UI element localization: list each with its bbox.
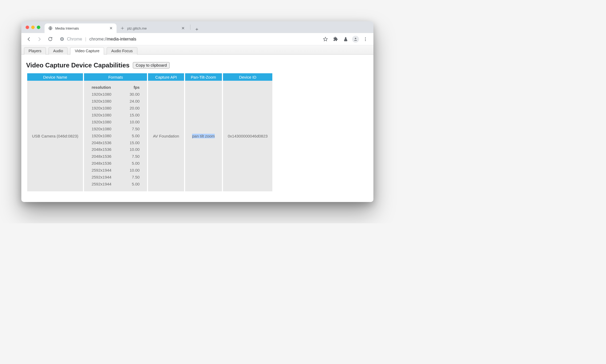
cell-ptz: pan tilt zoom xyxy=(185,81,222,191)
tab-separator xyxy=(190,25,190,30)
svg-point-8 xyxy=(365,40,366,41)
format-resolution: 1920x1080 xyxy=(91,98,115,105)
forward-button[interactable] xyxy=(35,34,44,44)
format-fps: 10.00 xyxy=(126,167,139,174)
col-device-name[interactable]: Device Name xyxy=(27,73,83,81)
format-resolution: 2592x1944 xyxy=(91,174,115,181)
ptz-highlight: pan tilt zoom xyxy=(192,134,215,138)
format-row: 2048x15365.00 xyxy=(91,160,139,167)
globe-icon xyxy=(48,26,53,30)
svg-point-5 xyxy=(355,38,356,39)
subtab-audio-focus[interactable]: Audio Focus xyxy=(107,47,137,55)
formats-col-resolution: resolution xyxy=(91,84,115,91)
format-resolution: 1920x1080 xyxy=(91,112,115,119)
bookmark-star-icon[interactable] xyxy=(322,35,329,43)
format-resolution: 1920x1080 xyxy=(91,119,115,126)
capabilities-table: Device Name Formats Capture API Pan-Tilt… xyxy=(26,73,273,191)
format-row: 1920x108010.00 xyxy=(91,119,139,126)
cell-device-name: USB Camera (046d:0823) xyxy=(27,81,83,191)
close-window-button[interactable] xyxy=(26,26,29,29)
subtab-players[interactable]: Players xyxy=(24,47,46,55)
address-bar[interactable]: Chrome | chrome://media-internals xyxy=(56,35,319,43)
toolbar-right xyxy=(320,35,371,43)
format-fps: 5.00 xyxy=(126,181,139,188)
maximize-window-button[interactable] xyxy=(37,26,40,29)
tab-media-internals[interactable]: Media Internals ✕ xyxy=(45,23,117,33)
format-fps: 15.00 xyxy=(126,139,139,146)
format-row: 2592x19445.00 xyxy=(91,181,139,188)
format-row: 1920x10805.00 xyxy=(91,132,139,139)
page-title: Video Capture Device Capabilities xyxy=(26,62,130,69)
format-row: 2048x15367.50 xyxy=(91,153,139,160)
svg-point-1 xyxy=(122,28,123,29)
format-row: 1920x108030.00 xyxy=(91,91,139,98)
subtab-video-capture[interactable]: Video Capture xyxy=(70,47,104,55)
formats-col-fps: fps xyxy=(126,84,139,91)
tabstrip: Media Internals ✕ ptz.glitch.me ✕ xyxy=(21,21,373,33)
format-resolution: 2592x1944 xyxy=(91,167,115,174)
url-path: media-internals xyxy=(107,37,136,41)
col-ptz[interactable]: Pan-Tilt-Zoom xyxy=(185,73,222,81)
window-controls xyxy=(24,26,43,29)
format-row: 1920x108015.00 xyxy=(91,112,139,119)
extensions-icon[interactable] xyxy=(332,35,339,43)
url-origin: Chrome xyxy=(67,37,82,41)
chrome-page-icon xyxy=(60,37,64,41)
tab-title: Media Internals xyxy=(55,26,107,30)
table-row: USB Camera (046d:0823) resolution fps 19… xyxy=(27,81,272,191)
col-capture-api[interactable]: Capture API xyxy=(148,73,184,81)
format-fps: 5.00 xyxy=(126,132,139,139)
format-fps: 10.00 xyxy=(126,146,139,153)
format-resolution: 2048x1536 xyxy=(91,139,115,146)
profile-avatar[interactable] xyxy=(352,36,359,43)
site-icon xyxy=(120,26,125,30)
subtab-audio[interactable]: Audio xyxy=(49,47,67,55)
col-device-id[interactable]: Device ID xyxy=(223,73,272,81)
format-fps: 7.50 xyxy=(126,153,139,160)
svg-point-4 xyxy=(62,39,62,39)
format-resolution: 1920x1080 xyxy=(91,132,115,139)
close-tab-icon[interactable]: ✕ xyxy=(181,26,185,31)
format-fps: 5.00 xyxy=(126,160,139,167)
cell-device-id: 0x14300000046d0823 xyxy=(223,81,272,191)
format-row: 2592x19447.50 xyxy=(91,174,139,181)
format-resolution: 1920x1080 xyxy=(91,105,115,112)
format-row: 1920x10807.50 xyxy=(91,126,139,132)
format-row: 1920x108024.00 xyxy=(91,98,139,105)
tab-ptz-glitch[interactable]: ptz.glitch.me ✕ xyxy=(117,23,189,33)
svg-point-7 xyxy=(365,39,366,39)
labs-icon[interactable] xyxy=(342,35,349,43)
format-row: 2048x153610.00 xyxy=(91,146,139,153)
format-fps: 15.00 xyxy=(126,112,139,119)
menu-icon[interactable] xyxy=(362,35,369,43)
browser-window: Media Internals ✕ ptz.glitch.me ✕ xyxy=(21,21,373,202)
format-row: 2592x194410.00 xyxy=(91,167,139,174)
format-resolution: 2048x1536 xyxy=(91,153,115,160)
format-fps: 7.50 xyxy=(126,126,139,132)
format-fps: 7.50 xyxy=(126,174,139,181)
svg-point-6 xyxy=(365,37,366,38)
format-fps: 20.00 xyxy=(126,105,139,112)
minimize-window-button[interactable] xyxy=(31,26,35,29)
tab-title: ptz.glitch.me xyxy=(127,26,179,30)
format-resolution: 2048x1536 xyxy=(91,146,115,153)
format-row: 2048x153615.00 xyxy=(91,139,139,146)
url-text: Chrome | chrome://media-internals xyxy=(67,37,136,42)
format-resolution: 1920x1080 xyxy=(91,91,115,98)
subtab-bar: Players Audio Video Capture Audio Focus xyxy=(21,45,373,55)
close-tab-icon[interactable]: ✕ xyxy=(109,26,113,31)
format-fps: 24.00 xyxy=(126,98,139,105)
toolbar: Chrome | chrome://media-internals xyxy=(21,33,373,45)
cell-formats: resolution fps 1920x108030.001920x108024… xyxy=(84,81,147,191)
col-formats[interactable]: Formats xyxy=(84,73,147,81)
content: Video Capture Device Capabilities Copy t… xyxy=(21,55,373,202)
copy-to-clipboard-button[interactable]: Copy to clipboard xyxy=(133,62,170,68)
url-scheme: chrome:// xyxy=(89,37,107,41)
format-resolution: 2048x1536 xyxy=(91,160,115,167)
new-tab-button[interactable] xyxy=(193,26,201,33)
format-row: 1920x108020.00 xyxy=(91,105,139,112)
format-resolution: 1920x1080 xyxy=(91,126,115,132)
tabs: Media Internals ✕ ptz.glitch.me ✕ xyxy=(45,21,201,33)
reload-button[interactable] xyxy=(45,34,55,44)
back-button[interactable] xyxy=(24,34,34,44)
